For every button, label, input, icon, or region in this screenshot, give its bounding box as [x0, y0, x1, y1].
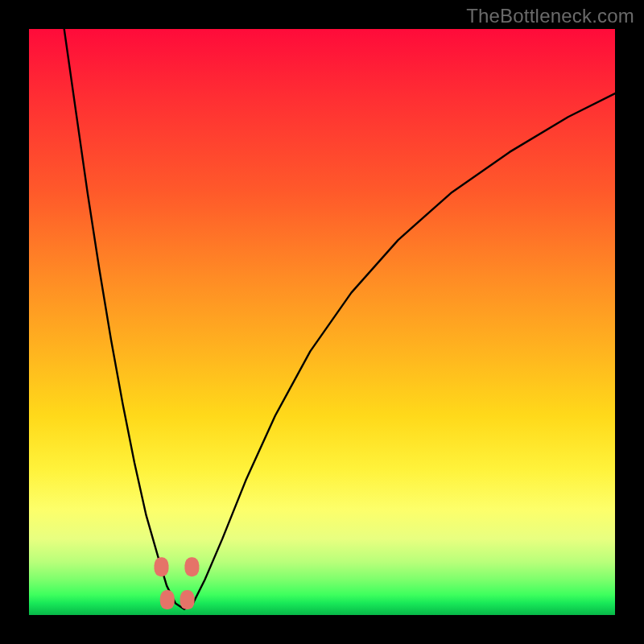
plot-area: [29, 29, 615, 615]
curve-marker: [155, 557, 169, 576]
watermark-text: TheBottleneck.com: [466, 5, 634, 27]
marker-group: [155, 557, 200, 609]
curve-marker: [160, 590, 175, 609]
chart-frame: TheBottleneck.com: [0, 0, 644, 644]
curve-marker: [184, 557, 199, 576]
curve-marker: [180, 590, 195, 609]
bottleneck-curve: [64, 29, 615, 609]
chart-svg: [29, 29, 615, 615]
